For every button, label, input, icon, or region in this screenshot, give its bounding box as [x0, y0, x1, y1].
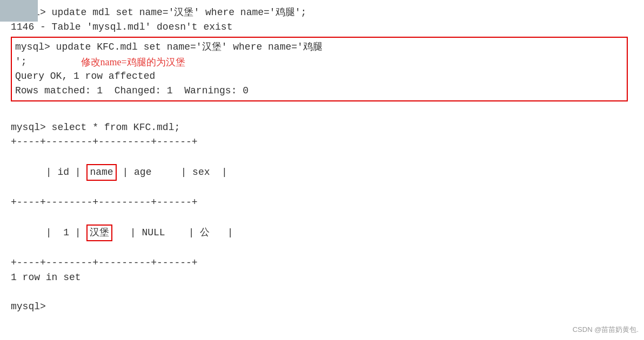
left-bar: [0, 0, 38, 22]
table-data-row: | 1 | 汉堡 | NULL | 公 |: [11, 227, 233, 254]
name-column-box: name: [86, 164, 116, 181]
line-update-kfc-cmd1: mysql> update KFC.mdl set name='汉堡' wher…: [15, 40, 623, 55]
line-final-prompt: mysql>: [11, 300, 633, 314]
table-sep-middle: +----+--------+---------+------+: [11, 195, 633, 210]
select-section: mysql> select * from KFC.mdl; +----+----…: [11, 120, 633, 285]
line-rows-matched: Rows matched: 1 Changed: 1 Warnings: 0: [15, 84, 623, 98]
line-update-fail-cmd: mysql> update mdl set name='汉堡' where na…: [11, 5, 633, 20]
watermark: CSDN @苗苗奶黄包.: [573, 325, 639, 335]
value-name-box: 汉堡: [86, 225, 112, 241]
line-error-msg: 1146 - Table 'mysql.mdl' doesn't exist: [11, 20, 633, 35]
terminal-container: mysql> update mdl set name='汉堡' where na…: [0, 0, 644, 340]
annotation-text: 修改name=鸡腿的为汉堡: [81, 56, 185, 69]
highlighted-update-block: mysql> update KFC.mdl set name='汉堡' wher…: [11, 37, 628, 101]
blank-line-2: [11, 285, 633, 300]
line-select-cmd: mysql> select * from KFC.mdl;: [11, 120, 633, 135]
table-sep-bottom: +----+--------+---------+------+: [11, 256, 633, 270]
blank-line-1: [11, 104, 633, 118]
table-header-row: | id | name | age | sex |: [11, 167, 227, 193]
line-query-ok: Query OK, 1 row affected: [15, 69, 623, 84]
line-update-kfc-cmd2: ';: [15, 55, 27, 69]
table-sep-top: +----+--------+---------+------+: [11, 135, 633, 149]
line-row-count: 1 row in set: [11, 270, 633, 285]
